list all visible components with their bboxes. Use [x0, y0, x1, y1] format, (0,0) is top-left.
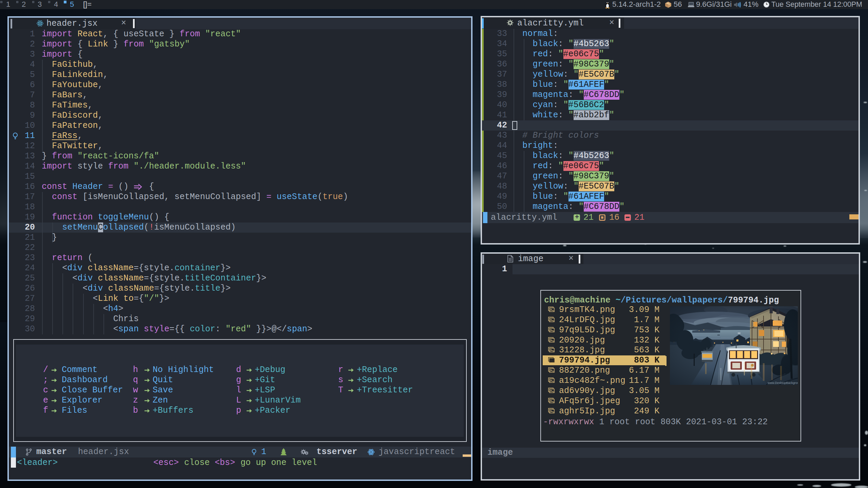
svg-text:www.DesktopBackground.org: www.DesktopBackground.org — [767, 381, 798, 385]
